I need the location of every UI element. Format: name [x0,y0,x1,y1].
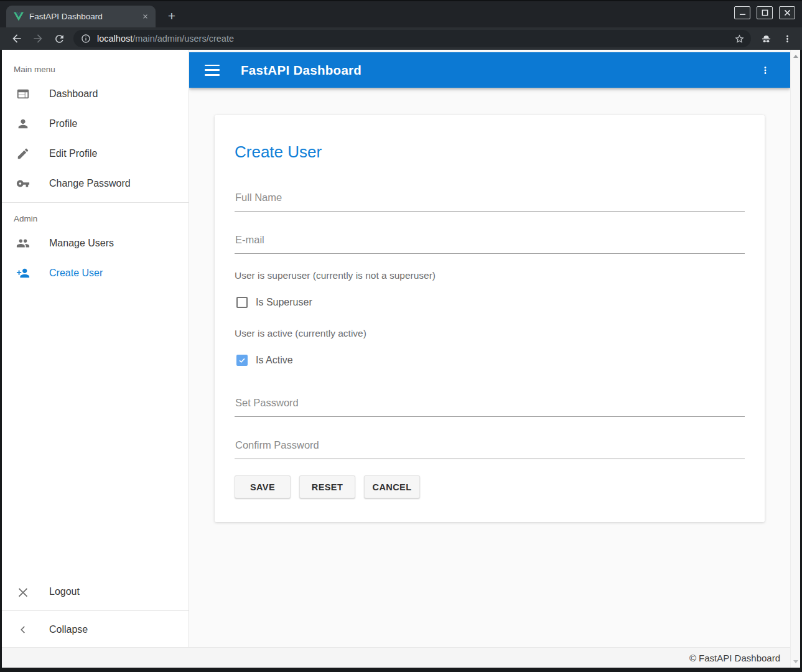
is-superuser-checkbox-row[interactable]: Is Superuser [235,297,745,308]
is-superuser-label[interactable]: Is Superuser [256,297,312,308]
new-tab-button[interactable]: + [163,7,180,25]
sidebar-item-create-user[interactable]: Create User [2,258,189,288]
browser-tab[interactable]: FastAPI Dashboard [6,6,156,27]
vue-logo-icon [14,12,24,21]
is-superuser-checkbox[interactable] [236,297,248,308]
sidebar-item-change-password[interactable]: Change Password [2,169,189,198]
reset-button[interactable]: RESET [299,475,355,498]
sidebar-section-main-menu: Main menu [14,65,189,74]
create-user-card: Create User User is superuser (currently… [215,115,765,522]
confirm-password-field [235,439,745,459]
footer-copyright: © FastAPI Dashboard [689,653,780,663]
page: Main menu Dashboard Profile Edit Profile… [2,50,800,668]
sidebar-item-label: Profile [49,118,77,129]
sidebar-item-edit-profile[interactable]: Edit Profile [2,139,189,169]
url-host: localhost [97,34,133,44]
pencil-icon [16,147,30,161]
close-window-button[interactable] [779,6,795,19]
sidebar-item-logout[interactable]: Logout [2,577,189,607]
star-icon[interactable] [734,34,745,44]
people-icon [16,236,30,250]
url-path: /main/admin/users/create [133,34,234,44]
superuser-hint: User is superuser (currently is not a su… [235,270,745,281]
cancel-button[interactable]: CANCEL [364,475,420,498]
sidebar-bottom: Logout Collapse [2,577,189,647]
address-bar[interactable]: localhost/main/admin/users/create [73,30,751,47]
back-arrow-icon[interactable] [8,30,26,47]
is-active-checkbox-row[interactable]: Is Active [235,355,745,366]
email-input[interactable] [235,234,745,254]
set-password-input[interactable] [235,397,745,417]
tab-close-icon[interactable] [139,11,151,22]
page-scrollbar[interactable] [790,50,800,668]
url-text: localhost/main/admin/users/create [97,34,734,44]
appbar: FastAPI Dashboard [189,52,790,88]
main-area: FastAPI Dashboard Create User User is su… [189,50,790,647]
toolbar-right [757,30,796,47]
sidebar-item-dashboard[interactable]: Dashboard [2,79,189,109]
kebab-menu-icon[interactable] [778,30,796,47]
forward-arrow-icon[interactable] [29,30,47,47]
minimize-button[interactable] [734,6,750,19]
sidebar-item-label: Change Password [49,178,131,189]
close-icon [16,585,30,599]
tab-title: FastAPI Dashboard [29,12,134,21]
sidebar-divider [2,610,189,611]
is-active-checkbox[interactable] [236,355,248,366]
sidebar: Main menu Dashboard Profile Edit Profile… [2,50,189,647]
sidebar-item-label: Logout [49,586,80,597]
chevron-left-icon [16,623,30,637]
web-icon [16,87,30,101]
scrollbar-up-arrow-icon[interactable] [791,51,801,61]
person-add-icon [16,266,30,280]
is-active-label[interactable]: Is Active [256,355,293,366]
appbar-title: FastAPI Dashboard [241,63,361,78]
set-password-field [235,397,745,417]
sidebar-section-admin: Admin [14,214,189,223]
scrollbar-down-arrow-icon[interactable] [791,656,801,666]
sidebar-item-collapse[interactable]: Collapse [2,615,189,645]
sidebar-item-manage-users[interactable]: Manage Users [2,228,189,258]
sidebar-item-profile[interactable]: Profile [2,109,189,139]
save-button[interactable]: SAVE [235,475,291,498]
sidebar-item-label: Dashboard [49,88,98,100]
sidebar-item-label: Edit Profile [49,148,97,159]
page-title: Create User [235,142,745,162]
full-name-input[interactable] [235,192,745,212]
info-icon[interactable] [81,34,91,44]
person-icon [16,117,30,131]
full-name-field [235,192,745,212]
sidebar-divider [2,202,189,203]
window-controls [734,6,795,19]
sidebar-item-label: Create User [49,268,103,279]
footer: © FastAPI Dashboard [2,647,790,668]
hamburger-icon[interactable] [205,64,221,77]
key-icon [16,177,30,190]
sidebar-item-label: Manage Users [49,238,114,249]
email-field [235,234,745,254]
incognito-icon [757,30,775,47]
maximize-button[interactable] [757,6,773,19]
reload-icon[interactable] [50,30,68,47]
sidebar-item-label: Collapse [49,624,88,635]
browser-toolbar: localhost/main/admin/users/create [0,27,802,50]
form-buttons: SAVE RESET CANCEL [235,475,745,498]
active-hint: User is active (currently active) [235,328,745,339]
appbar-kebab-menu-icon[interactable] [758,63,773,78]
browser-tabstrip: FastAPI Dashboard + [0,0,802,27]
confirm-password-input[interactable] [235,439,745,459]
